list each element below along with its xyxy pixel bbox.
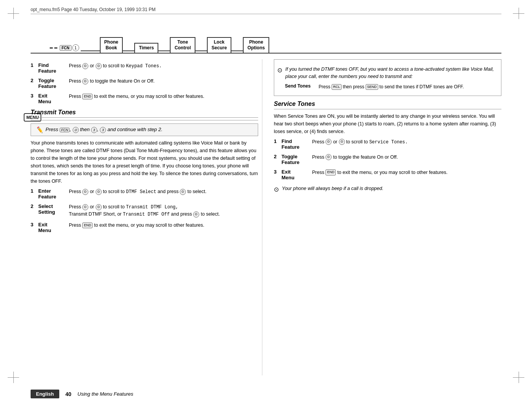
note2-bullet: ⊙	[274, 186, 279, 193]
end-icon-2: END	[82, 222, 93, 229]
service-steps: 1 FindFeature Press ⊙ or ⊙ to scroll to …	[274, 138, 501, 180]
file-info: opt_menu.fm5 Page 40 Tuesday, October 19…	[31, 7, 156, 12]
select-icon: ⊙	[82, 78, 88, 84]
footer-language: English	[31, 390, 59, 398]
step-term-2: ToggleFeature	[38, 78, 69, 89]
step-desc-2: Press ⊙ to toggle the feature On or Off.	[69, 78, 258, 85]
left-column: 1 FindFeature Press ⊙ or ⊙ to scroll to …	[31, 59, 262, 375]
scroll-icon-6: ⊙	[96, 204, 102, 210]
send-tones-desc: Press RCL then press SEND to send the to…	[319, 83, 464, 90]
t-step-num-2: 2	[31, 203, 38, 209]
step-num-2: 2	[31, 78, 38, 83]
s-step-num-3: 3	[274, 169, 281, 175]
footer-description: Using the Menu Features	[78, 391, 133, 397]
tab-phone-options[interactable]: Phone Options	[243, 37, 269, 54]
t-step-num-3: 3	[31, 222, 38, 227]
select-icon-3: ⊙	[193, 211, 199, 218]
tab-timers[interactable]: Timers	[134, 43, 158, 54]
s-step-desc-1: Press ⊙ or ⊙ to scroll to Service Tones.	[312, 138, 501, 146]
s-end-icon: END	[325, 169, 336, 175]
step-num-3: 3	[31, 93, 38, 99]
connector-1	[123, 50, 134, 51]
service-step-2: 2 ToggleFeature Press ⊙ to toggle the fe…	[274, 154, 501, 165]
fcn-button: FCN	[60, 45, 72, 51]
pencil-icon: ✏️	[36, 126, 43, 133]
page-header: opt_menu.fm5 Page 40 Tuesday, October 19…	[31, 7, 501, 14]
s-step-num-1: 1	[274, 138, 281, 144]
t-step-desc-1: Press ⊙ or ⊙ to scroll to DTMF Select an…	[69, 188, 258, 195]
transmit-step-1: 1 EnterFeature Press ⊙ or ⊙ to scroll to…	[31, 188, 258, 200]
footer-page-num: 40	[65, 391, 72, 397]
transmit-step-2: 2 SelectSetting Press ⊙ or ⊙ to scroll t…	[31, 203, 258, 218]
service-step-3: 3 ExitMenu Press END to exit the menu, o…	[274, 169, 501, 180]
note1-bullet: ⊙	[277, 67, 282, 74]
section-rule-1	[31, 120, 258, 120]
three-icon-1: 3	[91, 127, 97, 133]
tab-lock-secure[interactable]: Lock Secure	[207, 37, 231, 54]
corner-mark-bl	[8, 372, 19, 383]
t-step-term-2: SelectSetting	[38, 203, 69, 215]
step-2-toggle: 2 ToggleFeature Press ⊙ to toggle the fe…	[31, 78, 258, 89]
nav-tabs-area: FCN 1 Phone Book Timers Tone Control	[50, 31, 501, 54]
corner-mark-tr	[513, 8, 524, 19]
step-1-find: 1 FindFeature Press ⊙ or ⊙ to scroll to …	[31, 62, 258, 74]
scroll-icon-5: ⊙	[82, 204, 88, 210]
end-icon: END	[82, 94, 93, 100]
connector-4	[231, 50, 243, 51]
connector-3	[195, 50, 207, 51]
service-step-1: 1 FindFeature Press ⊙ or ⊙ to scroll to …	[274, 138, 501, 150]
s-scroll-icon-1: ⊙	[325, 139, 332, 145]
scroll-icon-2: ⊙	[73, 127, 79, 133]
initial-steps: 1 FindFeature Press ⊙ or ⊙ to scroll to …	[31, 62, 258, 104]
corner-mark-br	[513, 372, 524, 383]
note1-box: ⊙ If you turned the DTMF tones OFF, but …	[274, 59, 501, 96]
t-step-term-1: EnterFeature	[38, 188, 69, 200]
s-step-term-1: FindFeature	[281, 138, 312, 150]
send-icon: SEND	[366, 84, 378, 90]
transmit-steps: 1 EnterFeature Press ⊙ or ⊙ to scroll to…	[31, 188, 258, 233]
s-step-num-2: 2	[274, 154, 281, 159]
s-scroll-icon-2: ⊙	[339, 139, 345, 145]
note2-row: ⊙ Your phone will always beep if a call …	[274, 185, 501, 193]
press-instruction-text: Press FCN, ⊙ then 3, 3 and continue with…	[46, 127, 163, 133]
s-step-desc-3: Press END to exit the menu, or you may s…	[312, 169, 501, 176]
s-step-desc-2: Press ⊙ to toggle the feature On or Off.	[312, 154, 501, 161]
footer: English 40 Using the Menu Features	[31, 390, 501, 398]
right-column: ⊙ If you turned the DTMF tones OFF, but …	[270, 59, 501, 375]
connector-2	[158, 50, 170, 51]
tab-phone-book[interactable]: Phone Book	[81, 37, 123, 54]
tab-tone-control[interactable]: Tone Control	[170, 37, 195, 54]
num-button: 1	[72, 44, 79, 51]
t-step-desc-3: Press END to exit the menu, or you may s…	[69, 222, 258, 229]
transmit-step-3: 3 ExitMenu Press END to exit the menu, o…	[31, 222, 258, 233]
step-desc-3: Press END to exit the menu, or you may s…	[69, 93, 258, 100]
select-icon-2: ⊙	[180, 189, 186, 195]
three-icon-2: 3	[100, 127, 106, 133]
step-3-exit: 3 ExitMenu Press END to exit the menu, o…	[31, 93, 258, 104]
scroll-icon-3: ⊙	[82, 189, 88, 195]
service-tones-heading: Service Tones	[274, 101, 501, 109]
press-instruction-box: ✏️ Press FCN, ⊙ then 3, 3 and continue w…	[31, 123, 258, 136]
scroll-icon-4: ⊙	[96, 189, 102, 195]
s-select-icon-1: ⊙	[325, 154, 332, 160]
send-tones-row: Send Tones Press RCL then press SEND to …	[285, 83, 498, 90]
corner-mark-tl	[8, 8, 19, 19]
note1-text: If you turned the DTMF tones OFF, but yo…	[285, 66, 498, 80]
t-step-num-1: 1	[31, 188, 38, 194]
scroll-down-icon: ⊙	[96, 63, 102, 69]
transmit-tones-heading: Transmit Tones	[31, 109, 258, 118]
nav-bar-line	[31, 53, 501, 54]
step-desc-1: Press ⊙ or ⊙ to scroll to Keypad Tones.	[69, 62, 258, 70]
t-step-desc-2: Press ⊙ or ⊙ to scroll to Transmit DTMF …	[69, 203, 258, 218]
tab-phone-book-label: Phone Book	[100, 37, 123, 54]
step-num-1: 1	[31, 62, 38, 68]
fcn-inline: FCN	[60, 128, 70, 132]
transmit-tones-body: Your phone transmits tones to communicat…	[31, 139, 258, 185]
fcn-icon-group: FCN 1	[50, 44, 79, 51]
send-tones-label: Send Tones	[285, 83, 316, 89]
note2-text: Your phone will always beep if a call is…	[282, 185, 383, 192]
note1-row: ⊙ If you turned the DTMF tones OFF, but …	[277, 66, 498, 80]
main-content: 1 FindFeature Press ⊙ or ⊙ to scroll to …	[31, 59, 501, 375]
t-step-term-3: ExitMenu	[38, 222, 69, 233]
rcl-icon: RCL	[332, 84, 342, 90]
